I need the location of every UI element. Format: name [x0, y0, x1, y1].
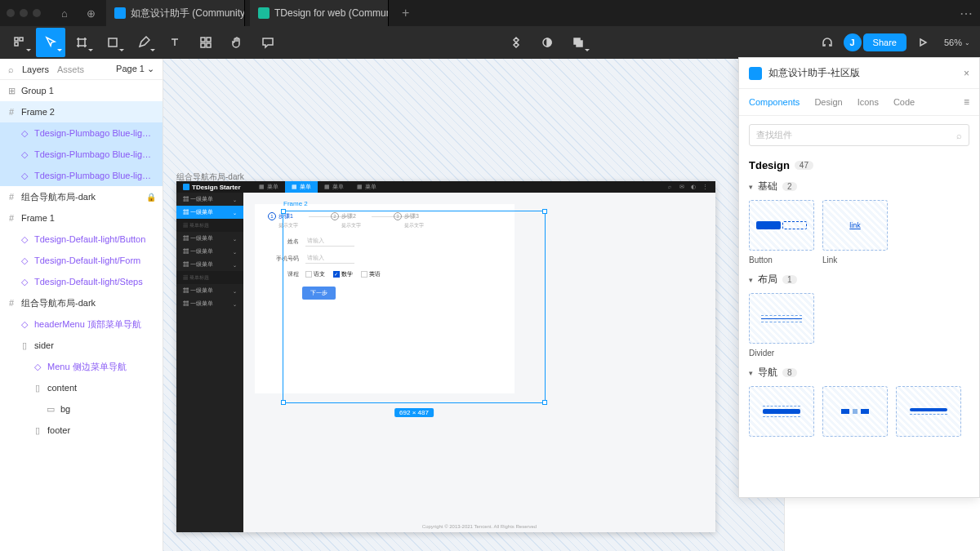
layer-row[interactable]: ⊞Group 1 [0, 80, 163, 101]
toolbar: J Share 56%⌄ [0, 26, 980, 59]
mail-icon: ✉ [679, 184, 686, 190]
resources-tool[interactable] [191, 28, 220, 57]
layer-row[interactable]: ▯sider [0, 335, 163, 356]
search-icon: ⌕ [668, 184, 675, 190]
home-icon[interactable]: ⌂ [54, 2, 75, 24]
avatar[interactable]: J [844, 33, 862, 51]
comment-tool[interactable] [253, 28, 283, 57]
svg-rect-1 [15, 42, 18, 46]
component-card[interactable] [896, 386, 961, 437]
svg-rect-6 [201, 43, 205, 47]
selection-size: 692 × 487 [394, 408, 434, 417]
layer-row[interactable]: ◇Tdesign-Default-light/Form [0, 250, 163, 271]
frame-tool[interactable] [67, 28, 96, 57]
zoom-level[interactable]: 56%⌄ [939, 38, 975, 47]
canvas[interactable]: 组合导航布局-dark TDesign Starter ▦菜单▦菜单▦菜单▦菜单… [163, 59, 784, 551]
layer-row[interactable]: ◇Menu 侧边菜单导航 [0, 356, 163, 377]
component-card[interactable]: Divider [749, 293, 814, 358]
file-icon [258, 7, 270, 19]
menu-icon[interactable]: ≡ [964, 96, 969, 108]
layer-row[interactable]: ▯footer [0, 420, 163, 441]
titlebar: ⌂ ⊕ 如意设计助手 (Community) × TDesign for web… [0, 0, 980, 26]
pen-tool[interactable] [129, 28, 158, 57]
figma-menu[interactable] [5, 28, 34, 57]
layer-row[interactable]: #组合导航布局-dark🔒 [0, 186, 163, 207]
plugin-icon [749, 67, 762, 80]
code-tab[interactable]: Code [893, 89, 915, 115]
svg-rect-0 [15, 38, 18, 41]
present-icon[interactable] [908, 28, 938, 57]
svg-rect-4 [201, 38, 205, 42]
tab-2[interactable]: TDesign for web (Community) [250, 0, 389, 26]
text-tool[interactable] [160, 28, 189, 57]
layer-row[interactable]: #组合导航布局-dark [0, 292, 163, 313]
left-panel: ⌕ Layers Assets Page 1 ⌄ ⊞Group 1#Frame … [0, 59, 163, 551]
icons-tab[interactable]: Icons [858, 89, 879, 115]
layer-row[interactable]: ▭bg [0, 398, 163, 420]
search-icon[interactable]: ⌕ [8, 64, 14, 74]
assets-tab[interactable]: Assets [57, 64, 84, 74]
shape-tool[interactable] [98, 28, 127, 57]
lib-count-badge: 47 [795, 161, 813, 170]
component-card[interactable] [749, 386, 814, 437]
svg-rect-7 [207, 43, 211, 47]
menu-icon: ⋮ [702, 184, 709, 190]
component-icon[interactable] [501, 28, 531, 57]
svg-rect-3 [109, 38, 117, 47]
search-input[interactable]: 查找组件 ⌕ [749, 124, 969, 146]
footer-text: Copyright © 2013-2021 Tencent. All Right… [243, 524, 715, 529]
tab-label: TDesign for web (Community) [274, 7, 389, 19]
svg-rect-2 [20, 38, 23, 41]
section-header[interactable]: 基础 2 [749, 180, 969, 193]
selection-label: Frame 2 [283, 200, 308, 207]
component-card[interactable] [822, 386, 888, 437]
svg-rect-5 [207, 38, 211, 42]
globe-icon[interactable]: ⊕ [80, 2, 101, 24]
layer-row[interactable]: ◇Tdesign-Default-light/Button [0, 229, 163, 250]
app-logo: TDesign Starter [183, 184, 241, 191]
components-tab[interactable]: Components [749, 89, 800, 115]
share-button[interactable]: Share [863, 33, 906, 51]
add-tab-button[interactable]: + [394, 6, 417, 20]
close-icon[interactable]: × [964, 68, 969, 79]
more-icon[interactable]: ⋯ [960, 6, 973, 21]
section-header[interactable]: 导航 8 [749, 366, 969, 380]
traffic-min[interactable] [20, 9, 28, 17]
layer-row[interactable]: ◇headerMenu 顶部菜单导航 [0, 313, 163, 335]
search-icon: ⌕ [956, 131, 962, 140]
headphones-icon[interactable] [813, 28, 842, 57]
section-header[interactable]: 布局 1 [749, 273, 969, 287]
boolean-icon[interactable] [564, 28, 593, 57]
user-icon: ◐ [691, 184, 697, 190]
layer-row[interactable]: #Frame 2 [0, 101, 163, 122]
hand-tool[interactable] [222, 28, 252, 57]
selection-outline: Frame 2 692 × 487 [283, 211, 546, 403]
traffic-max[interactable] [33, 9, 41, 17]
layer-row[interactable]: ◇Tdesign-Plumbago Blue-light/... [0, 144, 163, 165]
layers-tab[interactable]: Layers [22, 64, 49, 74]
layer-row[interactable]: ◇Tdesign-Default-light/Steps [0, 271, 163, 292]
design-tab[interactable]: Design [814, 89, 842, 115]
tab-label: 如意设计助手 (Community) [131, 7, 245, 20]
svg-rect-10 [577, 41, 582, 47]
page-selector[interactable]: Page 1 ⌄ [116, 64, 154, 74]
layer-row[interactable]: #Frame 1 [0, 207, 163, 229]
layer-row[interactable]: ▯content [0, 377, 163, 398]
file-icon [114, 7, 126, 19]
move-tool[interactable] [36, 28, 65, 57]
search-placeholder: 查找组件 [756, 129, 951, 141]
component-card[interactable]: linkLink [822, 200, 888, 264]
library-name: Tdesign 47 [749, 159, 969, 171]
tab-1[interactable]: 如意设计助手 (Community) × [106, 0, 245, 26]
traffic-close[interactable] [7, 9, 15, 17]
mask-icon[interactable] [532, 28, 562, 57]
plugin-title: 如意设计助手-社区版 [768, 66, 957, 80]
layer-row[interactable]: ◇Tdesign-Plumbago Blue-light/... [0, 165, 163, 186]
component-card[interactable]: Button [749, 200, 814, 264]
plugin-panel: 如意设计助手-社区版 × Components Design Icons Cod… [738, 57, 980, 498]
layer-row[interactable]: ◇Tdesign-Plumbago Blue-light/... [0, 122, 163, 144]
